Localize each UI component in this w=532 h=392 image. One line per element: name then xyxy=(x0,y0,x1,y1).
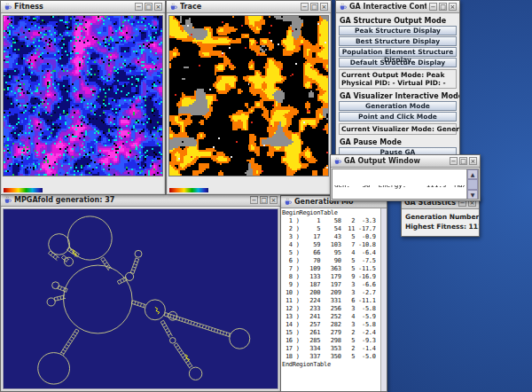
java-cup-icon xyxy=(284,198,292,206)
window-title: Trace xyxy=(180,3,298,11)
ga-statistics-window: GA Statistics −× Generation Number: 36 H… xyxy=(401,196,480,237)
maximize-icon[interactable]: □ xyxy=(439,3,447,11)
scrollbar-thumb[interactable] xyxy=(467,179,478,190)
minimize-icon[interactable]: − xyxy=(250,196,258,204)
status-box: Current Output Mode: PeakPhysical PID: -… xyxy=(339,69,457,89)
desktop: MPGAfold generation: 37 −□× Generation M… xyxy=(0,0,532,392)
close-icon[interactable]: × xyxy=(449,3,457,11)
java-cup-icon xyxy=(333,157,341,165)
mpgafold-titlebar[interactable]: MPGAfold generation: 37 −□× xyxy=(1,194,280,207)
window-title: Fitness xyxy=(14,3,132,11)
fitness-color-scale xyxy=(4,188,43,192)
maximize-icon[interactable]: □ xyxy=(459,157,467,165)
fitness-titlebar[interactable]: Fitness −□× xyxy=(1,1,165,13)
ga-interactive-controls-window: GA Interactive Controls −□× GA Structure… xyxy=(335,0,460,158)
maximize-icon[interactable]: □ xyxy=(260,196,268,204)
section-label: GA Visualizer Interactive Mode xyxy=(340,92,456,100)
trace-window: Trace −□× xyxy=(166,0,332,195)
close-icon[interactable]: × xyxy=(320,3,328,11)
minimize-icon[interactable]: − xyxy=(135,3,143,11)
region-table-text: BeginRegionTable 1 ) 1 58 2 -3.3 2 ) 5 5… xyxy=(281,208,380,391)
fitness-window: Fitness −□× xyxy=(0,0,166,195)
output-scrollbar[interactable]: ▲ ▼ xyxy=(466,169,478,199)
point-and-click-mode-button[interactable]: Point and Click Mode xyxy=(339,112,457,122)
window-title: GA Output Window xyxy=(344,157,447,165)
section-label: GA Structure Output Mode xyxy=(340,17,456,25)
clipped-log-line: Gen: 36 Energy: 111.9 Max: 5.1 Avg xyxy=(334,185,465,189)
best-structure-display-button[interactable]: Best Structure Display xyxy=(339,36,457,46)
scroll-down-icon[interactable]: ▼ xyxy=(467,190,478,200)
mpgafold-window: MPGAfold generation: 37 −□× xyxy=(0,193,281,392)
generation-mode-button[interactable]: Generation Mode xyxy=(339,101,457,111)
generation-number-text: Generation Number: 36 xyxy=(405,212,475,222)
java-cup-icon xyxy=(169,3,177,11)
scroll-up-icon[interactable]: ▲ xyxy=(467,169,478,179)
status-line: Physical PID: - Virtual PID: - xyxy=(341,79,454,87)
section-label: GA Pause Mode xyxy=(340,138,456,146)
generation-monitor-window: Generation Mo BeginRegionTable 1 ) 1 58 … xyxy=(280,195,387,392)
status-line: Current Output Mode: Peak xyxy=(341,71,454,79)
trace-heatmap[interactable] xyxy=(169,16,328,176)
trace-titlebar[interactable]: Trace −□× xyxy=(167,1,331,13)
close-icon[interactable]: × xyxy=(154,3,162,11)
ga-output-window: GA Output Window −□× Gen: 36 Energy: 111… xyxy=(330,154,481,201)
output-titlebar[interactable]: GA Output Window −□× xyxy=(331,155,480,168)
peak-structure-display-button[interactable]: Peak Structure Display xyxy=(339,26,457,35)
java-cup-icon xyxy=(4,196,12,204)
population-element-structure-display-button[interactable]: Population Element Structure Display xyxy=(339,47,457,57)
minimize-icon[interactable]: − xyxy=(301,3,309,11)
trace-color-scale xyxy=(169,188,208,192)
java-cup-icon xyxy=(4,3,12,11)
window-title: MPGAfold generation: 37 xyxy=(14,196,247,204)
rna-secondary-structure xyxy=(4,209,278,388)
maximize-icon[interactable]: □ xyxy=(310,3,318,11)
output-log: Gen: 36 Energy: 111.9 Max: 5.1 Avg -----… xyxy=(332,169,466,199)
status-box: Current Visualizer Mode: Generation xyxy=(339,123,457,135)
default-structure-display-button[interactable]: Default Structure Display xyxy=(339,58,457,67)
minimize-icon[interactable]: − xyxy=(450,157,458,165)
maximize-icon[interactable]: □ xyxy=(145,3,153,11)
controls-titlebar[interactable]: GA Interactive Controls −□× xyxy=(336,1,459,13)
monitor-scrollbar[interactable] xyxy=(380,208,387,391)
fitness-heatmap[interactable] xyxy=(4,16,162,176)
minimize-icon[interactable]: − xyxy=(429,3,437,11)
window-title: GA Interactive Controls xyxy=(349,3,426,11)
rna-structure-canvas[interactable] xyxy=(3,208,278,389)
status-line: Current Visualizer Mode: Generation xyxy=(341,125,454,133)
java-cup-icon xyxy=(339,3,347,11)
highest-fitness-text: Highest Fitness: 111.8 xyxy=(405,222,475,231)
close-icon[interactable]: × xyxy=(270,196,278,204)
close-icon[interactable]: × xyxy=(469,157,477,165)
